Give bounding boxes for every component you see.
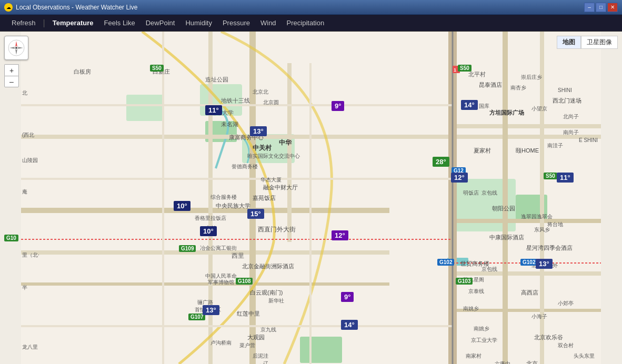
- temp-badge-t4[interactable]: 15°: [247, 209, 264, 219]
- svg-text:中康国际酒店: 中康国际酒店: [489, 234, 524, 240]
- zoom-controls[interactable]: + –: [4, 64, 19, 87]
- svg-text:嘉苑饭店: 嘉苑饭店: [253, 195, 276, 201]
- svg-text:星河湾四季会酒店: 星河湾四季会酒店: [526, 245, 573, 251]
- svg-text:崇后庄乡: 崇后庄乡: [521, 74, 542, 80]
- temp-badge-t5[interactable]: 10°: [200, 226, 217, 236]
- map-container[interactable]: 造址公园 地铁十三线 清华大学 未名湖 康富商务中心 中关村 唯实国际文化交流中…: [0, 32, 622, 364]
- temp-badge-t3[interactable]: 10°: [174, 201, 190, 211]
- map-type-map[interactable]: 地图: [557, 36, 581, 49]
- maximize-button[interactable]: □: [596, 3, 606, 12]
- svg-text:中华: 中华: [279, 139, 292, 146]
- temp-badge-t13[interactable]: 12°: [451, 173, 468, 183]
- svg-text:京九线: 京九线: [260, 327, 276, 332]
- menu-refresh[interactable]: Refresh: [6, 17, 41, 29]
- svg-text:东风乡: 东风乡: [534, 227, 550, 232]
- svg-text:头头东里: 头头东里: [574, 353, 595, 359]
- temp-badge-t2[interactable]: 13°: [250, 126, 267, 136]
- svg-text:北京圆: 北京圆: [263, 99, 279, 105]
- window-controls[interactable]: – □ ✕: [584, 3, 618, 12]
- menu-dewpoint[interactable]: DewPoint: [141, 17, 180, 29]
- zoom-out-button[interactable]: –: [4, 76, 19, 87]
- svg-text:冶金公寓: 冶金公寓: [200, 245, 221, 251]
- svg-text:融金中财大厅: 融金中财大厅: [263, 184, 298, 190]
- svg-text:夏家村: 夏家村: [474, 147, 491, 154]
- svg-text:卢沟桥南: 卢沟桥南: [210, 340, 232, 346]
- svg-text:华杰大厦: 华杰大厦: [260, 177, 282, 183]
- temp-badge-t9[interactable]: 9°: [341, 292, 354, 302]
- menu-pressure[interactable]: Pressure: [217, 17, 255, 29]
- temp-badge-t12[interactable]: 28°: [433, 157, 449, 167]
- temp-badge-t11[interactable]: 14°: [461, 100, 478, 110]
- map-type-satellite[interactable]: 卫星图像: [581, 36, 618, 49]
- svg-text:半: 半: [22, 285, 27, 290]
- svg-text:辽: 辽: [263, 361, 268, 364]
- temp-badge-t1[interactable]: 11°: [205, 105, 222, 115]
- svg-text:京包线: 京包线: [481, 190, 497, 196]
- menu-feelslike[interactable]: Feels Like: [98, 17, 140, 29]
- zoom-in-button[interactable]: +: [4, 64, 19, 76]
- svg-text:誉德商务楼: 誉德商务楼: [232, 164, 258, 169]
- svg-text:唯实国际文化交流中心: 唯实国际文化交流中心: [247, 153, 300, 159]
- svg-text:西直门外大街: 西直门外大街: [258, 226, 296, 233]
- svg-text:双合村: 双合村: [558, 342, 574, 348]
- svg-text:未名湖: 未名湖: [221, 121, 238, 127]
- svg-text:北京欢乐谷: 北京欢乐谷: [534, 334, 563, 340]
- temp-badge-t8[interactable]: 12°: [332, 230, 348, 240]
- svg-text:E SHINI: E SHINI: [579, 137, 598, 143]
- svg-text:中关村: 中关村: [253, 144, 272, 151]
- map-type-toggle[interactable]: 地图 卫星图像: [557, 36, 618, 49]
- road-sign-s50-left: S50: [150, 65, 164, 72]
- road-sign-g108: G108: [236, 278, 253, 285]
- app-icon: ☁: [4, 3, 13, 12]
- road-sign-s50-right: S50: [458, 65, 471, 72]
- svg-text:(西北: (西北: [22, 132, 34, 138]
- svg-text:明饭店: 明饭店: [463, 190, 479, 196]
- svg-text:综合服务楼: 综合服务楼: [210, 194, 237, 200]
- svg-text:庵: 庵: [22, 189, 27, 195]
- svg-text:高西店: 高西店: [521, 289, 538, 296]
- window-title: Local Observations - Weather Watcher Liv…: [16, 4, 137, 11]
- temp-badge-t6[interactable]: 13°: [203, 305, 219, 315]
- main-content: 造址公园 地铁十三线 清华大学 未名湖 康富商务中心 中关村 唯实国际文化交流中…: [0, 32, 622, 364]
- svg-text:SHINI: SHINI: [558, 87, 572, 93]
- svg-text:六廉中: 六廉中: [495, 361, 510, 364]
- menu-temperature[interactable]: Temperature: [47, 17, 99, 29]
- svg-text:将台地: 将台地: [547, 221, 563, 227]
- svg-rect-7: [300, 337, 342, 363]
- temp-badge-t15[interactable]: 13°: [536, 259, 553, 269]
- menu-wind[interactable]: Wind: [255, 17, 282, 29]
- temp-badge-t10[interactable]: 14°: [341, 320, 358, 330]
- svg-text:菜户营: 菜户营: [239, 342, 255, 348]
- minimize-button[interactable]: –: [584, 3, 595, 12]
- temp-badge-t14[interactable]: 11°: [557, 173, 574, 183]
- svg-text:工银街: 工银街: [221, 245, 237, 251]
- road-sign-g102-left: G102: [437, 259, 454, 266]
- svg-text:中央民族大学: 中央民族大学: [216, 203, 250, 209]
- menu-precipitation[interactable]: Precipitation: [282, 17, 330, 29]
- svg-text:颐HOME: 颐HOME: [516, 147, 539, 154]
- svg-text:逸翠园逸翠会: 逸翠园逸翠会: [521, 214, 553, 219]
- menu-sep: |: [41, 18, 47, 28]
- title-bar-left: ☁ Local Observations - Weather Watcher L…: [4, 3, 137, 12]
- svg-text:中国人民革命: 中国人民革命: [205, 273, 237, 279]
- svg-text:京工业大学: 京工业大学: [471, 337, 497, 343]
- menu-bar: Refresh | Temperature Feels Like DewPoin…: [0, 15, 622, 32]
- temp-badge-t7[interactable]: 9°: [332, 101, 344, 111]
- svg-text:小望京: 小望京: [531, 106, 547, 112]
- svg-text:西北门迷场: 西北门迷场: [553, 97, 581, 104]
- menu-humidity[interactable]: Humidity: [180, 17, 217, 29]
- svg-text:昆泰酒店: 昆泰酒店: [479, 82, 502, 88]
- svg-text:北京: 北京: [526, 360, 538, 364]
- svg-rect-6: [126, 95, 163, 121]
- svg-text:骊广路: 骊广路: [197, 299, 213, 305]
- svg-text:1: 1: [454, 67, 456, 73]
- svg-text:京包线: 京包线: [481, 266, 497, 272]
- close-button[interactable]: ✕: [607, 3, 618, 12]
- svg-text:大观园: 大观园: [247, 334, 265, 340]
- compass-control[interactable]: [4, 36, 28, 60]
- title-bar: ☁ Local Observations - Weather Watcher L…: [0, 0, 622, 15]
- road-sign-g109: G109: [179, 245, 196, 252]
- svg-text:方坦国际广场: 方坦国际广场: [489, 109, 524, 116]
- road-sign-g10: G10: [4, 235, 18, 241]
- svg-text:南姚乡: 南姚乡: [463, 306, 479, 311]
